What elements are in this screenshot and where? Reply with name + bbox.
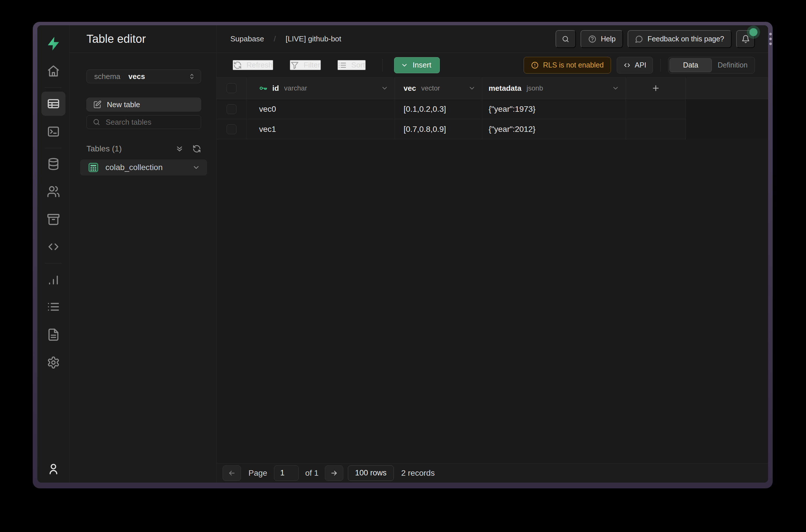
search-icon	[93, 118, 100, 126]
refresh-label: Refresh	[247, 61, 273, 70]
filter-funnel-icon	[290, 61, 299, 70]
sidebar-item-table-editor[interactable]	[41, 92, 65, 116]
cell-metadata[interactable]: {"year":2012}	[482, 119, 626, 139]
chevron-down-icon[interactable]	[192, 164, 200, 171]
next-page-button[interactable]	[325, 466, 343, 481]
sidebar-item-database[interactable]	[47, 157, 60, 171]
search-tables-input[interactable]	[106, 118, 192, 127]
cell-empty	[626, 119, 686, 139]
sidebar-item-edge-functions[interactable]	[47, 240, 60, 253]
sidebar-item-auth[interactable]	[47, 185, 60, 198]
sidebar-item-sql-editor[interactable]	[47, 125, 60, 138]
tables-count-label: Tables (1)	[87, 144, 122, 153]
file-text-icon	[47, 328, 60, 341]
column-header-id[interactable]: id varchar	[247, 78, 395, 99]
sidebar-header: Table editor	[70, 25, 216, 53]
sidebar-item-docs[interactable]	[47, 328, 60, 341]
sidebar-item-reports[interactable]	[47, 273, 60, 286]
cell-vec[interactable]: [0.1,0.2,0.3]	[395, 99, 482, 119]
filter-button[interactable]: Filter	[290, 60, 321, 70]
insert-label: Insert	[413, 61, 431, 70]
row-select-cell	[216, 119, 247, 139]
search-tables-box	[87, 115, 201, 129]
sort-button[interactable]: Sort	[338, 60, 366, 70]
select-all-cell	[216, 78, 247, 99]
new-table-label: New table	[107, 100, 140, 109]
rls-warning-badge[interactable]: RLS is not enabled	[524, 57, 611, 74]
table-row[interactable]: vec1 [0.7,0.8,0.9] {"year":2012}	[216, 119, 768, 139]
sidebar-item-logs[interactable]	[47, 300, 60, 314]
grid-header-row: id varchar vec vector meta	[216, 78, 768, 99]
page-number-input[interactable]	[274, 466, 299, 481]
collapse-all-icon[interactable]	[175, 145, 184, 153]
help-button[interactable]: Help	[580, 30, 623, 48]
table-row[interactable]: vec0 [0.1,0.2,0.3] {"year":1973}	[216, 99, 768, 119]
api-button[interactable]: API	[617, 57, 653, 74]
row-checkbox[interactable]	[227, 125, 236, 134]
row-checkbox[interactable]	[227, 104, 236, 114]
tab-definition-label: Definition	[717, 61, 747, 69]
refresh-icon	[233, 61, 242, 70]
schema-select-value: vecs	[129, 72, 145, 81]
breadcrumb: Supabase / [LIVE] github-bot	[230, 35, 341, 43]
rows-per-page-button[interactable]: 100 rows	[348, 466, 394, 481]
list-icon	[47, 300, 60, 314]
bell-icon	[741, 35, 750, 43]
column-menu-chevron[interactable]	[468, 84, 476, 92]
toolbar-divider	[660, 59, 661, 72]
select-all-checkbox[interactable]	[227, 83, 236, 93]
arrow-left-icon	[228, 469, 236, 477]
column-menu-chevron[interactable]	[612, 84, 619, 92]
column-type: jsonb	[526, 84, 543, 92]
column-name: metadata	[488, 84, 521, 93]
column-type: vector	[421, 84, 440, 92]
cell-vec[interactable]: [0.7,0.8,0.9]	[395, 119, 482, 139]
supabase-logo[interactable]	[46, 36, 61, 51]
column-header-vec[interactable]: vec vector	[395, 78, 482, 99]
tab-definition[interactable]: Definition	[712, 58, 753, 72]
bar-chart-icon	[47, 273, 60, 286]
column-menu-chevron[interactable]	[381, 84, 388, 92]
column-name: id	[272, 84, 279, 93]
notifications-button[interactable]	[736, 30, 755, 48]
supabase-logo-icon	[46, 36, 61, 51]
cell-metadata[interactable]: {"year":1973}	[482, 99, 626, 119]
api-label: API	[635, 61, 646, 69]
breadcrumb-project[interactable]: [LIVE] github-bot	[286, 35, 341, 43]
account-button[interactable]	[47, 462, 60, 475]
gear-icon	[47, 356, 60, 369]
grid-toolbar: Refresh Filter Sort	[216, 53, 768, 78]
sidebar-item-home[interactable]	[47, 64, 60, 78]
data-grid: id varchar vec vector meta	[216, 78, 768, 463]
search-button[interactable]	[556, 30, 576, 48]
cell-id[interactable]: vec1	[247, 119, 395, 139]
schema-select[interactable]: schema vecs	[87, 70, 201, 83]
refresh-tables-icon[interactable]	[192, 145, 201, 153]
chevron-up-down-icon	[188, 73, 196, 80]
previous-page-button[interactable]	[223, 466, 241, 481]
breadcrumb-org[interactable]: Supabase	[230, 35, 264, 43]
column-header-metadata[interactable]: metadata jsonb	[482, 78, 626, 99]
table-editor-icon	[46, 97, 60, 111]
plus-icon	[651, 84, 660, 93]
cell-id[interactable]: vec0	[247, 99, 395, 119]
new-table-button[interactable]: New table	[87, 98, 201, 112]
notification-status-dot	[749, 28, 757, 36]
feedback-button[interactable]: Feedback on this page?	[628, 30, 732, 48]
table-name-label: colab_collection	[105, 163, 162, 172]
sidebar-item-settings[interactable]	[47, 356, 60, 369]
arrow-right-icon	[330, 469, 338, 477]
search-icon	[561, 35, 570, 43]
schema-select-label: schema	[94, 72, 120, 81]
tables-section-heading: Tables (1)	[87, 140, 201, 157]
sidebar-item-colab-collection[interactable]: colab_collection	[80, 159, 207, 175]
alert-circle-icon	[531, 61, 539, 69]
refresh-button[interactable]: Refresh	[233, 60, 273, 70]
users-icon	[47, 185, 60, 198]
sidebar-item-storage[interactable]	[47, 213, 60, 226]
message-bubble-icon	[635, 35, 643, 43]
insert-button[interactable]: Insert	[394, 57, 440, 73]
add-column-button[interactable]	[626, 78, 686, 99]
tab-data[interactable]: Data	[670, 58, 712, 72]
primary-key-icon	[259, 83, 268, 93]
